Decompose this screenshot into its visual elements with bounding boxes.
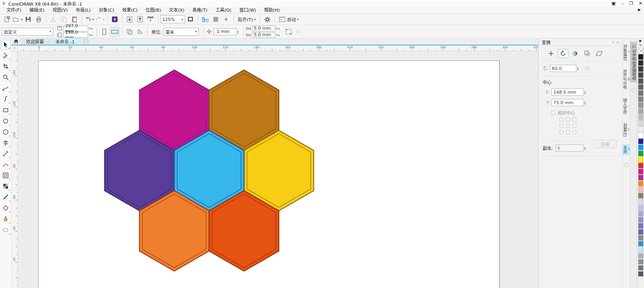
color-swatch-24[interactable]	[638, 193, 644, 199]
app-launcher-button[interactable]	[110, 14, 120, 24]
color-swatch-19[interactable]	[638, 163, 644, 169]
export-button[interactable]	[135, 14, 145, 24]
anchor-point-3[interactable]	[559, 124, 564, 128]
apply-button[interactable]: 应用	[593, 140, 617, 148]
color-swatch-14[interactable]	[638, 132, 644, 138]
copies-field[interactable]: 6	[555, 144, 584, 152]
nudge-spinner[interactable]: ▴▾	[237, 30, 239, 34]
launch-button[interactable]: 启动 ▾	[277, 14, 300, 24]
color-swatch-37[interactable]	[638, 271, 644, 277]
zoom-level-combo[interactable]: 125% ▾	[160, 15, 185, 23]
palette-expand-icon[interactable]: ▶	[639, 39, 642, 43]
save-button[interactable]	[23, 14, 33, 24]
color-swatch-29[interactable]	[638, 223, 644, 229]
nudge-field[interactable]: .1 mm	[213, 28, 237, 35]
center-y-field[interactable]: 75.0 mm	[551, 99, 584, 106]
pick-tool[interactable]	[1, 40, 10, 49]
units-combo-arrow[interactable]: ▾	[195, 30, 197, 33]
portrait-button[interactable]	[99, 27, 109, 37]
restore-button[interactable]: ❐	[629, 0, 633, 7]
color-swatch-2[interactable]	[638, 60, 644, 66]
relative-center-checkbox[interactable]	[551, 111, 555, 115]
open-button[interactable]: ▾	[12, 14, 23, 24]
docker-tab-1[interactable]: ✑对象属性	[622, 43, 631, 62]
publish-pdf-button[interactable]: PDF⇓	[146, 14, 155, 24]
all-pages-settings-icon[interactable]	[135, 27, 145, 37]
color-swatch-33[interactable]	[638, 247, 644, 253]
color-swatch-17[interactable]	[638, 150, 644, 156]
center-x-spinner[interactable]: ▴▾	[584, 90, 586, 94]
undo-button[interactable]: ▾	[85, 14, 94, 24]
home-tab-button[interactable]	[12, 38, 21, 45]
transparency-tool[interactable]	[1, 181, 10, 191]
interactive-fill-tool[interactable]	[1, 203, 10, 213]
options-button[interactable]	[262, 14, 272, 24]
rectangle-tool[interactable]	[1, 105, 10, 115]
color-swatch-36[interactable]	[638, 265, 644, 271]
import-button[interactable]	[125, 14, 134, 24]
color-swatch-12[interactable]	[638, 120, 644, 126]
show-guidelines-button[interactable]	[221, 14, 231, 24]
menu-item-5[interactable]: 效果(C)	[118, 7, 142, 14]
color-swatch-3[interactable]	[638, 66, 644, 72]
color-swatch-11[interactable]	[638, 114, 644, 120]
new-tab-button[interactable]	[83, 39, 89, 44]
zoom-combo-arrow[interactable]: ▾	[182, 18, 183, 21]
connector-tool[interactable]	[1, 160, 10, 169]
color-swatch-7[interactable]	[638, 90, 644, 96]
color-swatch-15[interactable]	[638, 138, 644, 144]
color-swatch-21[interactable]	[638, 175, 644, 181]
canvas-viewport[interactable]	[18, 51, 538, 288]
docker-tab-more-icon[interactable]	[624, 163, 629, 167]
current-page-settings-icon[interactable]	[125, 27, 134, 37]
color-swatch-30[interactable]	[638, 229, 644, 235]
duplicate-x-spinner[interactable]: ▾▴	[276, 27, 280, 30]
rotation-angle-spinner[interactable]: ▴▾	[577, 66, 578, 70]
menu-item-2[interactable]: 视图(V)	[48, 7, 72, 14]
copies-spinner[interactable]: ▴▾	[584, 146, 586, 150]
swatch-none[interactable]	[638, 48, 644, 54]
shape-tool[interactable]	[1, 51, 10, 60]
snap-to-button[interactable]: 贴齐(T) ▾	[236, 14, 257, 24]
crop-tool[interactable]	[1, 62, 10, 71]
anchor-point-8[interactable]	[572, 130, 576, 134]
contour-tool[interactable]	[1, 171, 10, 180]
color-swatch-22[interactable]	[638, 181, 644, 187]
menu-item-11[interactable]: 帮助(H)	[260, 7, 284, 14]
anchor-point-1[interactable]	[566, 117, 570, 121]
color-swatch-16[interactable]	[638, 144, 644, 150]
color-swatch-35[interactable]	[638, 259, 644, 265]
transform-rotate-button[interactable]	[558, 49, 568, 58]
tab-alignment-dynamic-guides[interactable]: ◱ 对齐和动态辅助线	[630, 42, 637, 82]
transform-size-button[interactable]	[582, 49, 592, 58]
menu-item-4[interactable]: 对象(C)	[95, 7, 118, 14]
transform-skew-button[interactable]	[594, 49, 605, 58]
page-preset-combo[interactable]: 自定义 ▾	[2, 28, 53, 36]
menu-item-3[interactable]: 布局(L)	[72, 7, 95, 14]
launch-dropdown-arrow[interactable]: ▾	[297, 18, 299, 21]
angle-dial-icon[interactable]	[585, 66, 590, 71]
color-swatch-32[interactable]	[638, 241, 644, 247]
color-swatch-10[interactable]	[638, 108, 644, 114]
gallery-icon[interactable]: ▣	[611, 0, 615, 7]
center-y-spinner[interactable]: ▴▾	[584, 101, 586, 105]
menu-item-8[interactable]: 表格(T)	[188, 7, 211, 14]
color-swatch-34[interactable]	[638, 253, 644, 259]
print-button[interactable]	[34, 14, 43, 24]
color-swatch-6[interactable]	[638, 84, 644, 90]
color-swatch-9[interactable]	[638, 102, 644, 108]
color-swatch-28[interactable]	[638, 217, 644, 223]
duplicate-y-spinner[interactable]: ▾▴	[276, 33, 280, 37]
polygon-tool[interactable]	[1, 127, 10, 137]
page-height-spinner[interactable]: ▾▴	[89, 33, 93, 37]
color-swatch-25[interactable]	[638, 199, 644, 205]
smart-fill-tool[interactable]	[1, 214, 10, 224]
new-document-button[interactable]	[2, 14, 12, 24]
color-swatch-20[interactable]	[638, 169, 644, 175]
palette-edit-icon[interactable]: ✎	[639, 43, 642, 48]
snap-dropdown-arrow[interactable]: ▾	[254, 18, 256, 21]
bezier-tool[interactable]	[1, 94, 10, 104]
color-swatch-27[interactable]	[638, 211, 644, 217]
anchor-point-0[interactable]	[559, 117, 564, 121]
color-swatch-5[interactable]	[638, 78, 644, 84]
